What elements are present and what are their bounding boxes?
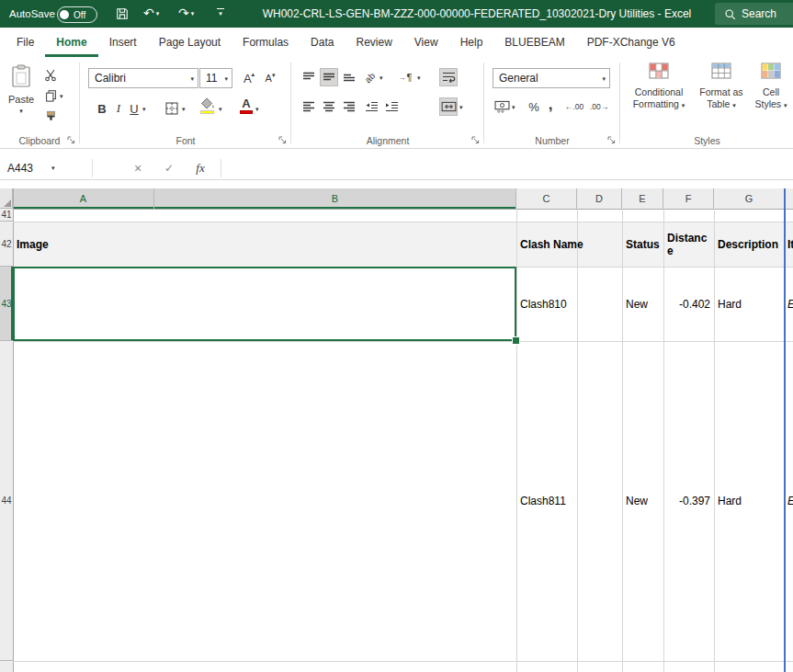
tab-bluebeam[interactable]: BLUEBEAM — [493, 28, 575, 57]
save-button[interactable] — [116, 7, 129, 20]
tab-pdf-xchange[interactable]: PDF-XChange V6 — [576, 28, 686, 57]
align-top-button[interactable] — [300, 68, 318, 86]
redo-button[interactable]: ↷ ▾ — [178, 6, 194, 19]
text-direction-button[interactable]: → ¶ — [395, 68, 415, 86]
tab-file[interactable]: File — [6, 28, 45, 57]
font-size-select[interactable]: 11 ▾ — [199, 68, 232, 88]
percent-style-button[interactable]: % — [526, 97, 542, 116]
chevron-down-icon[interactable]: ▾ — [191, 10, 195, 17]
format-as-table-button[interactable]: Format as Table ▾ — [695, 63, 748, 110]
comma-style-button[interactable]: , — [543, 94, 558, 116]
copy-button[interactable] — [42, 87, 59, 104]
bold-button[interactable]: B — [94, 97, 110, 120]
column-header-a[interactable]: A — [13, 188, 154, 209]
select-all-button[interactable] — [0, 188, 13, 209]
cell-a442-image-header[interactable]: Image — [17, 222, 49, 267]
column-header-c[interactable]: C — [516, 188, 577, 209]
name-box-dropdown-icon[interactable]: ▾ — [51, 165, 55, 171]
format-painter-button[interactable] — [42, 108, 59, 125]
align-right-button[interactable] — [340, 97, 358, 116]
selection-outline[interactable] — [13, 267, 516, 341]
enter-button[interactable]: ✓ — [160, 156, 178, 179]
cancel-button[interactable]: × — [129, 156, 147, 179]
row-header-443[interactable]: 43 — [0, 267, 13, 341]
borders-dropdown-icon[interactable]: ▾ — [182, 106, 186, 112]
fill-color-button[interactable] — [200, 97, 217, 120]
column-header-partial[interactable] — [785, 188, 793, 209]
formula-input[interactable] — [226, 157, 790, 179]
row-header-441[interactable]: 41 — [0, 209, 13, 222]
column-header-f[interactable]: F — [663, 188, 714, 209]
merge-center-dropdown-icon[interactable]: ▾ — [459, 104, 463, 110]
column-header-d[interactable]: D — [577, 188, 622, 209]
merge-center-button[interactable] — [439, 97, 458, 116]
tab-help[interactable]: Help — [449, 28, 494, 57]
number-format-select[interactable]: General ▾ — [493, 68, 610, 88]
chevron-down-icon[interactable]: ▾ — [156, 10, 160, 17]
cell-styles-button[interactable]: Cell Styles ▾ — [752, 63, 790, 110]
decrease-font-size-button[interactable]: A ▾ — [260, 68, 280, 88]
insert-function-button[interactable]: fx — [189, 156, 211, 179]
cut-button[interactable] — [42, 67, 59, 84]
font-family-select[interactable]: Calibri ▾ — [88, 68, 198, 88]
decrease-indent-button[interactable] — [362, 97, 380, 116]
cell-e443-status[interactable]: New — [626, 267, 648, 341]
column-header-b[interactable]: B — [154, 188, 516, 209]
text-direction-dropdown-icon[interactable]: ▾ — [417, 74, 421, 81]
tab-page-layout[interactable]: Page Layout — [148, 28, 232, 57]
orientation-button[interactable]: ab — [362, 68, 379, 86]
number-dialog-launcher[interactable] — [606, 135, 617, 145]
font-color-button[interactable]: A — [239, 97, 254, 120]
orientation-dropdown-icon[interactable]: ▾ — [380, 74, 383, 81]
chevron-down-icon[interactable]: ▾ — [190, 75, 194, 82]
search-box[interactable]: Search — [715, 3, 793, 25]
cell-e444-status[interactable]: New — [626, 341, 648, 661]
fill-color-dropdown-icon[interactable]: ▾ — [219, 106, 222, 112]
alignment-dialog-launcher[interactable] — [470, 135, 481, 145]
cell-g444-description[interactable]: Hard — [718, 341, 742, 661]
customize-quick-access-toolbar-button[interactable]: ▾ — [217, 8, 224, 17]
paste-button[interactable]: Paste ▾ — [4, 61, 39, 132]
autosave-toggle[interactable]: Off — [57, 6, 97, 23]
font-dialog-launcher[interactable] — [278, 135, 288, 145]
increase-indent-button[interactable] — [382, 97, 401, 116]
cell-e442-status-header[interactable]: Status — [626, 222, 660, 267]
cell-c443-clash-name[interactable]: Clash810 — [520, 267, 567, 341]
cell-g442-description-header[interactable]: Description — [718, 222, 782, 267]
cell-c444-clash-name[interactable]: Clash811 — [520, 341, 566, 661]
tab-insert[interactable]: Insert — [98, 28, 148, 57]
align-center-button[interactable] — [320, 97, 338, 116]
tab-home[interactable]: Home — [45, 28, 97, 57]
underline-dropdown-icon[interactable]: ▾ — [142, 106, 146, 112]
column-header-g[interactable]: G — [714, 188, 785, 209]
chevron-down-icon[interactable]: ▾ — [602, 75, 606, 82]
increase-font-size-button[interactable]: A ▴ — [239, 68, 259, 88]
tab-data[interactable]: Data — [300, 28, 345, 57]
column-header-e[interactable]: E — [622, 188, 663, 209]
fill-handle[interactable] — [512, 336, 520, 345]
name-box[interactable]: A443 ▾ — [0, 156, 92, 179]
cell-f444-distance[interactable]: -0.397 — [663, 341, 710, 661]
decrease-decimal-button[interactable]: .00→ — [587, 97, 611, 116]
chevron-down-icon[interactable]: ▾ — [60, 93, 63, 99]
clipboard-dialog-launcher[interactable] — [66, 135, 76, 145]
borders-button[interactable] — [164, 99, 180, 118]
accounting-dropdown-icon[interactable]: ▾ — [512, 104, 515, 110]
font-color-dropdown-icon[interactable]: ▾ — [255, 106, 259, 112]
chevron-down-icon[interactable]: ▾ — [224, 75, 228, 82]
underline-button[interactable]: U — [127, 97, 142, 120]
tab-formulas[interactable]: Formulas — [232, 28, 300, 57]
cell-h443-partial[interactable]: E — [787, 267, 793, 341]
row-header-444[interactable]: 44 — [0, 341, 13, 661]
tab-view[interactable]: View — [403, 28, 449, 57]
row-header-442[interactable]: 42 — [0, 222, 13, 267]
align-left-button[interactable] — [300, 97, 318, 116]
undo-button[interactable]: ↶ ▾ — [143, 6, 159, 19]
cell-f443-distance[interactable]: -0.402 — [663, 267, 710, 341]
row-header-445[interactable] — [0, 661, 13, 672]
increase-decimal-button[interactable]: ←.00 — [562, 97, 586, 116]
conditional-formatting-button[interactable]: Conditional Formatting ▾ — [629, 63, 689, 110]
align-middle-button[interactable] — [320, 68, 338, 86]
align-bottom-button[interactable] — [340, 68, 358, 86]
chevron-down-icon[interactable]: ▾ — [19, 108, 23, 114]
